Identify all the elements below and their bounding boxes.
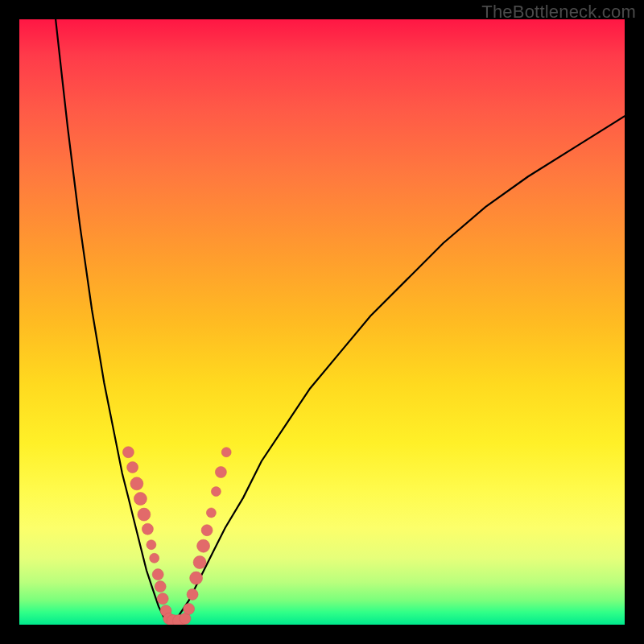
marker-dot xyxy=(221,448,231,457)
marker-dot xyxy=(155,581,166,592)
curve-lines xyxy=(56,19,625,619)
marker-dots xyxy=(122,447,231,625)
marker-dot xyxy=(147,540,156,550)
marker-dot xyxy=(152,569,163,580)
marker-dot xyxy=(127,462,138,473)
marker-dot xyxy=(122,447,134,458)
marker-dot xyxy=(150,553,159,563)
chart-svg xyxy=(19,19,625,625)
marker-dot xyxy=(130,477,143,490)
marker-dot xyxy=(197,539,210,552)
plot-area xyxy=(19,19,625,625)
marker-dot xyxy=(134,493,147,506)
marker-dot xyxy=(201,525,213,536)
marker-dot xyxy=(187,588,198,600)
curve-right-branch xyxy=(177,116,625,618)
watermark-text: TheBottleneck.com xyxy=(481,2,636,23)
chart-frame: TheBottleneck.com xyxy=(0,0,644,644)
marker-dot xyxy=(211,487,221,497)
marker-dot xyxy=(190,572,203,584)
marker-dot xyxy=(193,556,206,569)
marker-dot xyxy=(184,603,195,614)
marker-dot xyxy=(142,523,153,535)
marker-dot xyxy=(157,593,168,605)
marker-dot xyxy=(215,467,226,478)
marker-dot xyxy=(206,508,216,518)
marker-dot xyxy=(138,508,151,521)
